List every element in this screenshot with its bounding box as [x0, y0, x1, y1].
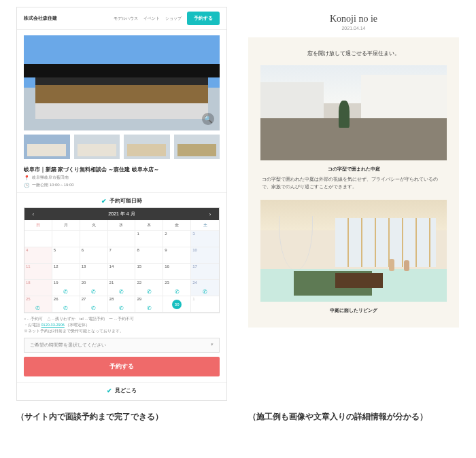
calendar-cell[interactable]: 10	[191, 247, 219, 264]
calendar-legend: ○ …予約可 △…残りわずか tel …電話予約 ー …予約不可 ・お電話 01…	[17, 313, 226, 336]
article-image-1	[260, 65, 447, 160]
thumbnail-row	[17, 135, 226, 163]
calendar-cell[interactable]: 9	[163, 247, 191, 264]
event-location: 📍 岐阜県岐阜市薮田南	[17, 175, 226, 182]
reserve-button[interactable]: 予約する	[24, 357, 220, 376]
article-date: 2021.04.14	[248, 26, 459, 37]
booking-site-panel: 株式会社森住建 モデルハウス イベント ショップ 予約する 🔍 岐阜市｜新築 家…	[16, 7, 227, 401]
calendar-cell[interactable]: 24✆	[191, 280, 219, 296]
brand: 株式会社森住建	[24, 15, 57, 22]
check-icon: ✔	[107, 387, 112, 394]
right-caption: （施工例も画像や文章入りの詳細情報が分かる）	[248, 410, 460, 423]
phone-link[interactable]: 0120-33-2906	[41, 323, 65, 327]
calendar-header: ‹ 2021 年 4 月 ›	[24, 208, 219, 220]
phone-icon: ✆	[80, 305, 107, 311]
thumbnail[interactable]	[174, 135, 220, 159]
calendar-cell[interactable]: 16	[163, 264, 191, 280]
phone-icon: ✆	[80, 289, 107, 295]
calendar-cell	[24, 231, 52, 247]
calendar-dow: 水	[108, 220, 136, 231]
magnify-icon[interactable]: 🔍	[202, 113, 214, 125]
article-panel: Konoji no ie 2021.04.14 窓を開け放して過ごせる平屋住まい…	[248, 7, 459, 401]
calendar-cell[interactable]: 4	[24, 247, 52, 264]
article-lead: 窓を開け放して過ごせる平屋住まい。	[260, 47, 447, 65]
thumbnail[interactable]	[74, 135, 120, 159]
calendar-cell[interactable]: 11	[24, 264, 52, 280]
site-header: 株式会社森住建 モデルハウス イベント ショップ 予約する	[17, 7, 226, 30]
nav-item[interactable]: モデルハウス	[114, 16, 138, 22]
calendar-cell[interactable]: 1	[191, 296, 219, 313]
calendar-cell[interactable]: 27✆	[80, 296, 108, 313]
calendar-cell[interactable]: 19✆	[52, 280, 80, 296]
clock-icon: 🕒	[24, 183, 30, 188]
calendar-cell[interactable]: 30	[163, 296, 191, 313]
image-2-caption: 中庭に面したリビング	[260, 304, 447, 314]
prev-month-button[interactable]: ‹	[29, 212, 38, 217]
calendar-cell[interactable]: 2	[163, 231, 191, 247]
article-image-2	[260, 200, 447, 302]
calendar-month-label: 2021 年 4 月	[108, 211, 135, 217]
calendar-cell[interactable]: 7	[108, 247, 136, 264]
phone-icon: ✆	[108, 305, 135, 311]
calendar-cell[interactable]: 21✆	[108, 280, 136, 296]
calendar-cell[interactable]: 18	[24, 280, 52, 296]
phone-icon: ✆	[52, 305, 80, 311]
check-icon: ✔	[101, 198, 107, 205]
calendar-cell[interactable]: 13	[80, 264, 108, 280]
calendar-cell	[80, 231, 108, 247]
calendar-cell[interactable]: 26✆	[52, 296, 80, 313]
header-reserve-button[interactable]: 予約する	[187, 12, 220, 25]
nav-item[interactable]: ショップ	[165, 16, 182, 22]
event-time: 🕒 一般公開 10:00～19:00	[17, 182, 226, 190]
calendar-cell	[52, 231, 80, 247]
article-body: 窓を開け放して過ごせる平屋住まい。 コの字型で囲まれた中庭 コの字型で囲われた中…	[248, 37, 459, 328]
phone-icon: ✆	[191, 289, 219, 295]
nav-item[interactable]: イベント	[143, 16, 160, 22]
calendar-cell[interactable]: 25✆	[24, 296, 52, 313]
phone-icon: ✆	[135, 305, 163, 311]
time-slot-select[interactable]: ご希望の時間帯を選択してください	[24, 338, 220, 353]
left-caption: （サイト内で面談予約まで完了できる）	[16, 410, 228, 423]
article-title: Konoji no ie	[248, 7, 459, 26]
calendar-cell[interactable]: 6	[80, 247, 108, 264]
pin-icon: 📍	[24, 175, 30, 181]
calendar-cell[interactable]: 22✆	[135, 280, 163, 296]
calendar-cell[interactable]: 12	[52, 264, 80, 280]
phone-icon: ✆	[24, 305, 52, 311]
calendar-cell[interactable]: 3	[191, 231, 219, 247]
thumbnail[interactable]	[24, 135, 70, 159]
calendar-cell[interactable]: 28✆	[108, 296, 136, 313]
top-nav: モデルハウス イベント ショップ 予約する	[114, 12, 220, 25]
image-1-description: コの字型で囲われた中庭は外部の視線を気にせず、プライバシーが守られているので、家…	[260, 175, 447, 200]
thumbnail[interactable]	[124, 135, 170, 159]
calendar-cell[interactable]: 17	[191, 264, 219, 280]
phone-icon: ✆	[163, 289, 190, 295]
calendar-cell[interactable]: 8	[135, 247, 163, 264]
calendar-dow: 日	[24, 220, 52, 231]
calendar-cell[interactable]: 1	[135, 231, 163, 247]
calendar: ‹ 2021 年 4 月 › 日月火水木金土 12345678910111213…	[24, 207, 220, 313]
calendar-cell[interactable]: 23✆	[163, 280, 191, 296]
calendar-dow: 火	[80, 220, 108, 231]
calendar-cell[interactable]: 29✆	[135, 296, 163, 313]
phone-icon: ✆	[135, 289, 163, 295]
calendar-cell[interactable]: 15	[135, 264, 163, 280]
phone-icon: ✆	[108, 289, 135, 295]
phone-icon: ✆	[52, 289, 80, 295]
calendar-cell[interactable]: 14	[108, 264, 136, 280]
hero-image: 🔍	[24, 35, 220, 130]
calendar-cell[interactable]: 5	[52, 247, 80, 264]
image-1-caption: コの字型で囲まれた中庭	[260, 164, 447, 175]
calendar-dow: 月	[52, 220, 80, 231]
calendar-dow: 土	[191, 220, 219, 231]
calendar-cell[interactable]: 20✆	[80, 280, 108, 296]
calendar-dow: 木	[135, 220, 163, 231]
section-available-heading: ✔ 予約可能日時	[17, 192, 226, 207]
event-title: 岐阜市｜新築 家づくり無料相談会 ～森住建 岐阜本店～	[17, 163, 226, 175]
section-highlights-heading: ✔ 見どころ	[17, 382, 226, 397]
calendar-dow: 金	[163, 220, 191, 231]
next-month-button[interactable]: ›	[205, 212, 215, 217]
calendar-cell	[108, 231, 136, 247]
